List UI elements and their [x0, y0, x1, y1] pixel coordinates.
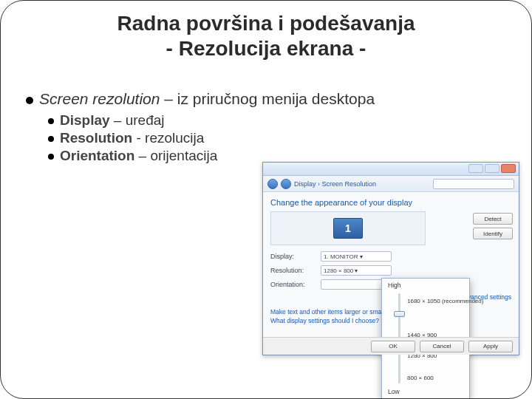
slide-title: Radna površina i podešavanja - Rezolucij…	[21, 11, 511, 61]
window-toolbar: Display › Screen Resolution	[263, 176, 519, 192]
bullet-dot-icon	[26, 97, 33, 104]
maximize-icon	[485, 164, 499, 173]
bullet-dot-icon	[48, 154, 54, 160]
apply-button: Apply	[468, 341, 513, 352]
slide-content: Screen rezolution – iz priručnog menija …	[21, 90, 511, 164]
slider-high-label: High	[388, 282, 400, 289]
monitor-preview: 1	[270, 211, 426, 245]
monitor-number: 1	[345, 222, 351, 234]
main-bullet: Screen rezolution – iz priručnog menija …	[26, 90, 511, 108]
identify-button: Identify	[473, 228, 513, 239]
back-icon	[267, 179, 278, 189]
window-heading: Change the appearance of your display	[270, 198, 511, 207]
main-bullet-rest: – iz priručnog menija desktopa	[160, 90, 375, 107]
slider-option-recommended: 1680 × 1050 (recommended)	[407, 298, 483, 304]
bullet-dot-icon	[48, 118, 54, 124]
sub-bullet-resolution: Resolution - rezolucija	[48, 130, 511, 146]
minimize-icon	[468, 164, 483, 173]
main-bullet-italic: Screen rezolution	[39, 90, 160, 107]
sub-rest: – orijentacija	[134, 148, 217, 163]
slide-frame: Radna površina i podešavanja - Rezolucij…	[0, 0, 532, 399]
sub-bullet-list: Display – uređaj Resolution - rezolucija…	[48, 112, 511, 164]
field-display: Display: 1. MONITOR ▾	[270, 251, 511, 262]
sub-term: Resolution	[60, 130, 132, 146]
display-value: 1. MONITOR ▾	[321, 251, 392, 262]
sub-rest: - rezolucija	[132, 130, 204, 146]
resolution-value: 1280 × 800 ▾	[321, 265, 392, 276]
search-input	[433, 179, 514, 189]
cancel-button: Cancel	[420, 341, 464, 352]
title-line-1: Radna površina i podešavanja	[117, 12, 415, 35]
orientation-label: Orientation:	[270, 281, 316, 288]
display-label: Display:	[270, 253, 316, 260]
window-titlebar	[263, 163, 519, 176]
breadcrumb: Display › Screen Resolution	[294, 180, 376, 188]
detect-button: Detect	[473, 213, 513, 225]
slider-thumb-icon	[394, 311, 405, 317]
forward-icon	[281, 179, 291, 189]
slider-option-800: 800 × 600	[407, 375, 434, 381]
window-controls	[468, 164, 516, 173]
window-footer: OK Cancel Apply	[263, 337, 519, 355]
screen-resolution-window: Display › Screen Resolution Change the a…	[262, 162, 519, 355]
slider-low-label: Low	[388, 388, 400, 395]
sub-bullet-display: Display – uređaj	[48, 112, 511, 129]
bullet-dot-icon	[48, 136, 54, 142]
sub-term: Orientation	[60, 148, 134, 163]
field-resolution: Resolution: 1280 × 800 ▾	[270, 265, 511, 276]
close-icon	[501, 164, 516, 173]
monitor-icon: 1	[333, 218, 363, 239]
ok-button: OK	[371, 341, 415, 352]
sub-rest: – uređaj	[110, 112, 165, 128]
window-body: Change the appearance of your display 1 …	[263, 192, 519, 330]
title-line-2: - Rezolucija ekrana -	[166, 37, 366, 60]
resolution-label: Resolution:	[270, 267, 316, 274]
sub-term: Display	[60, 112, 110, 128]
main-bullet-text: Screen rezolution – iz priručnog menija …	[39, 90, 375, 108]
right-buttons: Detect Identify	[473, 213, 513, 239]
